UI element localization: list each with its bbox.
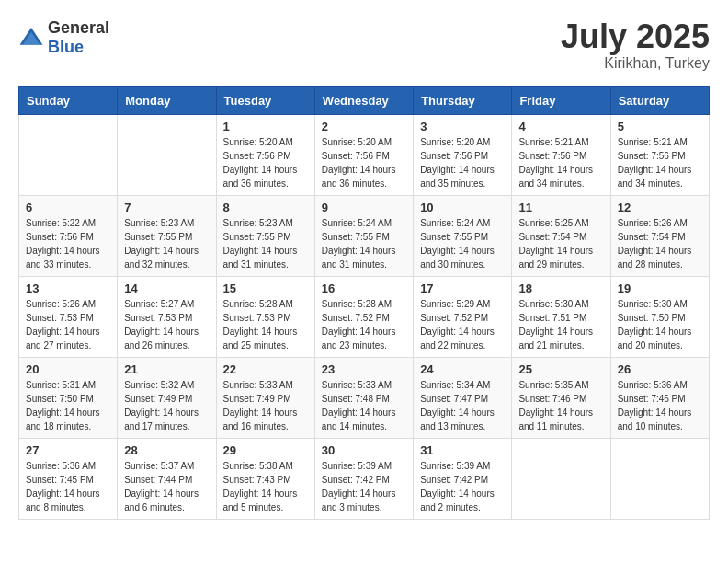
- calendar-cell: 23Sunrise: 5:33 AMSunset: 7:48 PMDayligh…: [314, 357, 413, 438]
- day-number: 29: [223, 443, 308, 457]
- calendar-cell: 29Sunrise: 5:38 AMSunset: 7:43 PMDayligh…: [216, 438, 314, 519]
- day-number: 9: [322, 201, 406, 214]
- calendar-cell: 19Sunrise: 5:30 AMSunset: 7:50 PMDayligh…: [610, 276, 709, 357]
- calendar-cell: 12Sunrise: 5:26 AMSunset: 7:54 PMDayligh…: [610, 195, 709, 276]
- header-row: Sunday Monday Tuesday Wednesday Thursday…: [19, 86, 710, 114]
- calendar-cell: 4Sunrise: 5:21 AMSunset: 7:56 PMDaylight…: [512, 114, 610, 195]
- cell-content: Sunrise: 5:37 AMSunset: 7:44 PMDaylight:…: [124, 459, 209, 514]
- cell-content: Sunrise: 5:23 AMSunset: 7:55 PMDaylight:…: [124, 216, 209, 271]
- cell-content: Sunrise: 5:30 AMSunset: 7:50 PMDaylight:…: [618, 297, 702, 352]
- calendar-cell: [19, 114, 118, 195]
- calendar-week-2: 6Sunrise: 5:22 AMSunset: 7:56 PMDaylight…: [19, 195, 710, 276]
- cell-content: Sunrise: 5:30 AMSunset: 7:51 PMDaylight:…: [518, 297, 603, 352]
- header-friday: Friday: [512, 86, 610, 114]
- cell-content: Sunrise: 5:33 AMSunset: 7:48 PMDaylight:…: [322, 378, 406, 433]
- day-number: 21: [124, 362, 209, 376]
- day-number: 14: [124, 282, 209, 295]
- calendar-cell: [512, 438, 610, 519]
- cell-content: Sunrise: 5:36 AMSunset: 7:45 PMDaylight:…: [26, 459, 110, 514]
- calendar-week-5: 27Sunrise: 5:36 AMSunset: 7:45 PMDayligh…: [19, 438, 710, 519]
- day-number: 18: [518, 282, 603, 295]
- cell-content: Sunrise: 5:20 AMSunset: 7:56 PMDaylight:…: [322, 135, 406, 190]
- day-number: 4: [518, 120, 603, 133]
- cell-content: Sunrise: 5:39 AMSunset: 7:42 PMDaylight:…: [322, 459, 406, 514]
- day-number: 19: [618, 282, 702, 295]
- day-number: 28: [124, 443, 209, 457]
- calendar-week-3: 13Sunrise: 5:26 AMSunset: 7:53 PMDayligh…: [19, 276, 710, 357]
- day-number: 13: [26, 282, 110, 295]
- day-number: 12: [618, 201, 702, 214]
- cell-content: Sunrise: 5:28 AMSunset: 7:52 PMDaylight:…: [322, 297, 406, 352]
- month-title: July 2025: [561, 18, 710, 55]
- calendar-cell: 13Sunrise: 5:26 AMSunset: 7:53 PMDayligh…: [19, 276, 118, 357]
- calendar-cell: 26Sunrise: 5:36 AMSunset: 7:46 PMDayligh…: [610, 357, 709, 438]
- calendar-cell: 30Sunrise: 5:39 AMSunset: 7:42 PMDayligh…: [314, 438, 413, 519]
- cell-content: Sunrise: 5:29 AMSunset: 7:52 PMDaylight:…: [420, 297, 505, 352]
- header-monday: Monday: [118, 86, 216, 114]
- calendar-cell: 2Sunrise: 5:20 AMSunset: 7:56 PMDaylight…: [314, 114, 413, 195]
- calendar-cell: [118, 114, 216, 195]
- title-area: July 2025 Kirikhan, Turkey: [561, 18, 710, 72]
- cell-content: Sunrise: 5:35 AMSunset: 7:46 PMDaylight:…: [518, 378, 603, 433]
- calendar-cell: 22Sunrise: 5:33 AMSunset: 7:49 PMDayligh…: [216, 357, 314, 438]
- day-number: 31: [420, 443, 505, 457]
- calendar-cell: 9Sunrise: 5:24 AMSunset: 7:55 PMDaylight…: [314, 195, 413, 276]
- logo-text: General Blue: [48, 18, 109, 57]
- calendar-week-4: 20Sunrise: 5:31 AMSunset: 7:50 PMDayligh…: [19, 357, 710, 438]
- calendar-header: Sunday Monday Tuesday Wednesday Thursday…: [19, 86, 710, 114]
- header-sunday: Sunday: [19, 86, 118, 114]
- calendar-table: Sunday Monday Tuesday Wednesday Thursday…: [18, 86, 710, 520]
- cell-content: Sunrise: 5:26 AMSunset: 7:53 PMDaylight:…: [26, 297, 110, 352]
- calendar-cell: 5Sunrise: 5:21 AMSunset: 7:56 PMDaylight…: [610, 114, 709, 195]
- calendar-week-1: 1Sunrise: 5:20 AMSunset: 7:56 PMDaylight…: [19, 114, 710, 195]
- calendar-cell: 14Sunrise: 5:27 AMSunset: 7:53 PMDayligh…: [118, 276, 216, 357]
- day-number: 5: [618, 120, 702, 133]
- calendar-cell: 21Sunrise: 5:32 AMSunset: 7:49 PMDayligh…: [118, 357, 216, 438]
- cell-content: Sunrise: 5:21 AMSunset: 7:56 PMDaylight:…: [618, 135, 702, 190]
- cell-content: Sunrise: 5:21 AMSunset: 7:56 PMDaylight:…: [518, 135, 603, 190]
- calendar-cell: 18Sunrise: 5:30 AMSunset: 7:51 PMDayligh…: [512, 276, 610, 357]
- day-number: 17: [420, 282, 505, 295]
- calendar-cell: 20Sunrise: 5:31 AMSunset: 7:50 PMDayligh…: [19, 357, 118, 438]
- day-number: 22: [223, 362, 308, 376]
- cell-content: Sunrise: 5:20 AMSunset: 7:56 PMDaylight:…: [420, 135, 505, 190]
- cell-content: Sunrise: 5:20 AMSunset: 7:56 PMDaylight:…: [223, 135, 308, 190]
- calendar-cell: 16Sunrise: 5:28 AMSunset: 7:52 PMDayligh…: [314, 276, 413, 357]
- header-tuesday: Tuesday: [216, 86, 314, 114]
- cell-content: Sunrise: 5:33 AMSunset: 7:49 PMDaylight:…: [223, 378, 308, 433]
- calendar-cell: [610, 438, 709, 519]
- day-number: 10: [420, 201, 505, 214]
- cell-content: Sunrise: 5:36 AMSunset: 7:46 PMDaylight:…: [618, 378, 702, 433]
- cell-content: Sunrise: 5:31 AMSunset: 7:50 PMDaylight:…: [26, 378, 110, 433]
- cell-content: Sunrise: 5:26 AMSunset: 7:54 PMDaylight:…: [618, 216, 702, 271]
- day-number: 2: [322, 120, 406, 133]
- day-number: 3: [420, 120, 505, 133]
- day-number: 20: [26, 362, 110, 376]
- calendar-cell: 10Sunrise: 5:24 AMSunset: 7:55 PMDayligh…: [414, 195, 512, 276]
- calendar-cell: 11Sunrise: 5:25 AMSunset: 7:54 PMDayligh…: [512, 195, 610, 276]
- day-number: 7: [124, 201, 209, 214]
- day-number: 30: [322, 443, 406, 457]
- cell-content: Sunrise: 5:23 AMSunset: 7:55 PMDaylight:…: [223, 216, 308, 271]
- location: Kirikhan, Turkey: [561, 55, 710, 72]
- cell-content: Sunrise: 5:24 AMSunset: 7:55 PMDaylight:…: [420, 216, 505, 271]
- header-saturday: Saturday: [610, 86, 709, 114]
- day-number: 27: [26, 443, 110, 457]
- calendar-cell: 27Sunrise: 5:36 AMSunset: 7:45 PMDayligh…: [19, 438, 118, 519]
- calendar-cell: 6Sunrise: 5:22 AMSunset: 7:56 PMDaylight…: [19, 195, 118, 276]
- calendar-cell: 8Sunrise: 5:23 AMSunset: 7:55 PMDaylight…: [216, 195, 314, 276]
- day-number: 6: [26, 201, 110, 214]
- day-number: 11: [518, 201, 603, 214]
- header-wednesday: Wednesday: [314, 86, 413, 114]
- day-number: 16: [322, 282, 406, 295]
- calendar-cell: 3Sunrise: 5:20 AMSunset: 7:56 PMDaylight…: [414, 114, 512, 195]
- calendar-cell: 17Sunrise: 5:29 AMSunset: 7:52 PMDayligh…: [414, 276, 512, 357]
- calendar-cell: 1Sunrise: 5:20 AMSunset: 7:56 PMDaylight…: [216, 114, 314, 195]
- logo: General Blue: [18, 18, 109, 57]
- calendar-cell: 25Sunrise: 5:35 AMSunset: 7:46 PMDayligh…: [512, 357, 610, 438]
- day-number: 8: [223, 201, 308, 214]
- calendar-body: 1Sunrise: 5:20 AMSunset: 7:56 PMDaylight…: [19, 114, 710, 519]
- calendar-cell: 7Sunrise: 5:23 AMSunset: 7:55 PMDaylight…: [118, 195, 216, 276]
- page-header: General Blue July 2025 Kirikhan, Turkey: [18, 18, 710, 72]
- cell-content: Sunrise: 5:34 AMSunset: 7:47 PMDaylight:…: [420, 378, 505, 433]
